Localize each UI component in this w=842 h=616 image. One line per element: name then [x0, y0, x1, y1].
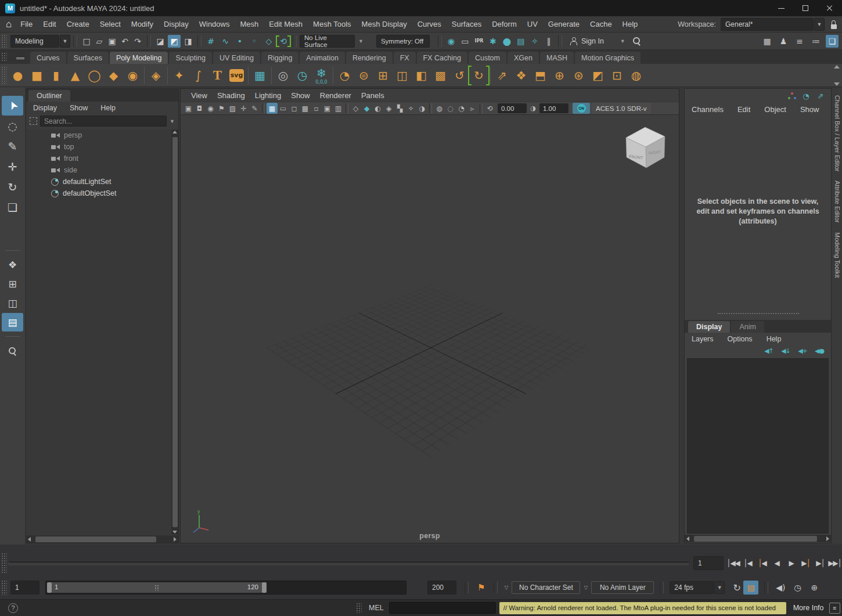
symmetry-field[interactable]: Symmetry: Off: [376, 35, 430, 48]
layout-two-pane-button[interactable]: ◫: [2, 294, 23, 312]
graph-editor-icon[interactable]: ⇗: [816, 91, 825, 100]
textured-icon[interactable]: ◐: [372, 103, 383, 114]
layer-tab-display[interactable]: Display: [688, 321, 730, 333]
poly-disc-icon[interactable]: ◉: [123, 65, 142, 86]
range-end-handle[interactable]: [262, 582, 267, 593]
grid-icon[interactable]: ▦: [267, 103, 278, 114]
move-tool[interactable]: ✛: [2, 157, 23, 176]
anim-layer-field[interactable]: No Anim Layer: [591, 581, 654, 594]
lock-camera-icon[interactable]: ◘: [194, 103, 205, 114]
zoom-tool-button[interactable]: [2, 341, 23, 361]
poly-plane-icon[interactable]: ◆: [104, 65, 123, 86]
isolate-select-icon[interactable]: ▹: [467, 103, 478, 114]
safe-action-icon[interactable]: ▣: [322, 103, 333, 114]
more-info-button[interactable]: More Info: [793, 604, 824, 612]
go-to-end-button[interactable]: ▶▶│: [827, 556, 842, 571]
poly-type-icon[interactable]: T: [208, 65, 227, 86]
scroll-up-icon[interactable]: [172, 131, 177, 134]
resolution-gate-icon[interactable]: ◻: [289, 103, 300, 114]
range-slider-track[interactable]: 1 120: [45, 581, 406, 595]
step-forward-frame-button[interactable]: ▶│: [813, 556, 827, 571]
use-default-material-icon[interactable]: ◈: [383, 103, 394, 114]
mel-toggle-button[interactable]: MEL: [369, 604, 384, 612]
poly-cylinder-icon[interactable]: ▮: [46, 65, 66, 86]
range-grip-handle[interactable]: [1, 580, 7, 595]
pause-viewport-icon[interactable]: ∥: [542, 35, 555, 48]
step-back-key-button[interactable]: │◀: [755, 556, 769, 571]
layer-tab-anim[interactable]: Anim: [731, 321, 764, 333]
shelf-tab-rigging[interactable]: Rigging: [261, 52, 298, 64]
outliner-item-side[interactable]: side: [27, 164, 171, 176]
menu-generate[interactable]: Generate: [543, 20, 585, 28]
helix-icon[interactable]: ∫: [189, 65, 208, 86]
workspace-select[interactable]: General*: [721, 18, 814, 31]
panel-splitter[interactable]: [718, 313, 799, 314]
gate-mask-icon[interactable]: ▩: [300, 103, 311, 114]
animation-end-field[interactable]: 200: [427, 581, 456, 595]
anim-layer-arrow[interactable]: ▽: [584, 585, 588, 590]
outliner-search-arrow[interactable]: ▼: [170, 118, 175, 124]
layer-list[interactable]: [687, 358, 829, 534]
layer-move-up-icon[interactable]: ◀↑: [763, 345, 775, 356]
viewport-menu-lighting[interactable]: Lighting: [255, 91, 282, 100]
target-weld-icon[interactable]: ◍: [627, 65, 646, 86]
anti-alias-icon[interactable]: ◔: [456, 103, 467, 114]
menu-help[interactable]: Help: [617, 20, 643, 28]
menu-mesh-display[interactable]: Mesh Display: [357, 20, 412, 28]
range-start-handle[interactable]: [47, 582, 52, 593]
render-view-icon[interactable]: ◉: [445, 35, 458, 48]
svg-tool-icon[interactable]: svg: [227, 65, 246, 86]
menu-select[interactable]: Select: [95, 20, 126, 28]
play-backwards-button[interactable]: ◀: [769, 556, 784, 571]
circularize-icon[interactable]: ⊛: [569, 65, 588, 86]
outliner-item-defaultlightset[interactable]: defaultLightSet: [27, 176, 171, 188]
2d-pan-zoom-icon[interactable]: ✛: [238, 103, 249, 114]
snap-view-plane-icon[interactable]: ◇: [262, 35, 275, 48]
hud-icon[interactable]: ▥: [333, 103, 344, 114]
shelf-scroll-down-icon[interactable]: [834, 82, 840, 86]
script-editor-icon[interactable]: ≣: [829, 603, 840, 614]
smooth-icon[interactable]: ❖: [512, 65, 531, 86]
smooth-shade-icon[interactable]: ◆: [361, 103, 372, 114]
ipr-render-icon[interactable]: IPR: [473, 35, 485, 48]
scroll-left-icon[interactable]: [686, 536, 689, 541]
menu-curves[interactable]: Curves: [412, 20, 447, 28]
shadows-icon[interactable]: ◑: [416, 103, 427, 114]
range-slider-bar[interactable]: 1 120: [47, 582, 267, 593]
viewport-menu-view[interactable]: View: [191, 91, 207, 100]
go-to-start-button[interactable]: │◀◀: [726, 556, 740, 571]
scale-tool[interactable]: ❏: [2, 197, 23, 217]
animation-start-field[interactable]: 1: [10, 581, 39, 595]
speed-gauge-icon[interactable]: ◔: [801, 91, 811, 100]
shelf-grip-2[interactable]: [1, 66, 7, 84]
live-surface-field[interactable]: No Live Surface: [300, 35, 355, 48]
menu-edit-mesh[interactable]: Edit Mesh: [264, 20, 308, 28]
zoom-search-icon[interactable]: [632, 37, 642, 46]
rotate-tool[interactable]: ↻: [2, 177, 23, 197]
shelf-tab-poly-modeling[interactable]: Poly Modeling: [110, 52, 168, 64]
film-gate-icon[interactable]: ▭: [278, 103, 289, 114]
workspace-dropdown-arrow[interactable]: ▼: [814, 18, 825, 31]
shelf-tab-uv-editing[interactable]: UV Editing: [213, 52, 260, 64]
side-tab-channel-box-layer-editor[interactable]: Channel Box / Layer Editor: [834, 95, 841, 171]
speaker-icon[interactable]: ◀): [774, 581, 787, 594]
outliner-menu-display[interactable]: Display: [33, 104, 57, 112]
lasso-select-tool[interactable]: ◌: [2, 116, 23, 136]
poly-cube-icon[interactable]: ■: [27, 65, 46, 86]
color-management-toggle[interactable]: ON: [573, 103, 590, 114]
select-object-icon[interactable]: ◩: [168, 35, 181, 48]
auto-key-icon[interactable]: ⊕: [808, 581, 821, 594]
outliner-item-defaultobjectset[interactable]: defaultObjectSet: [27, 188, 171, 199]
layout-four-pane-button[interactable]: ⊞: [2, 275, 23, 293]
shelf-tab-fx-caching[interactable]: FX Caching: [417, 52, 467, 64]
layer-horizontal-scrollbar[interactable]: [685, 535, 831, 542]
menu-mesh[interactable]: Mesh: [235, 20, 264, 28]
play-forwards-button[interactable]: ▶: [784, 556, 798, 571]
fps-select[interactable]: 24 fps: [670, 581, 714, 594]
playback-options-button[interactable]: ▤: [743, 581, 758, 595]
scroll-right-icon[interactable]: [826, 536, 829, 541]
layer-new-selected-icon[interactable]: ◀●: [814, 345, 825, 356]
character-set-field[interactable]: No Character Set: [512, 581, 580, 594]
layer-menu-help[interactable]: Help: [767, 335, 782, 343]
view-cube[interactable]: FRONT RIGHT: [623, 125, 667, 171]
